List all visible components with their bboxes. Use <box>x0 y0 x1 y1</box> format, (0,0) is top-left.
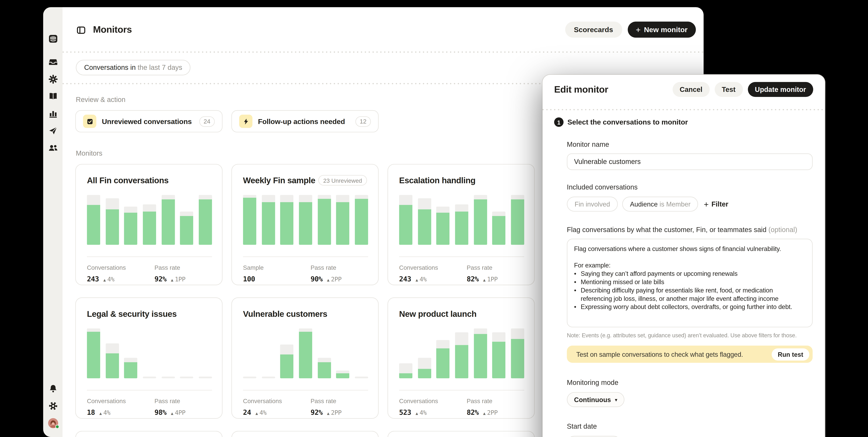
follow-up-actions-card[interactable]: Follow-up actions needed 12 <box>231 110 379 133</box>
count-badge: 24 <box>199 116 215 127</box>
pass-rate-bar-chart <box>87 195 212 245</box>
card-divider <box>399 256 524 257</box>
bar <box>105 343 119 378</box>
plus-icon: + <box>704 200 709 208</box>
up-triangle-icon: ▲ <box>327 278 329 283</box>
reports-icon[interactable] <box>48 109 58 118</box>
stat: Pass rate98%▲4PP <box>155 398 185 416</box>
flag-bullet: •Mentioning missed or late bills <box>574 278 806 286</box>
contacts-icon[interactable] <box>48 143 58 153</box>
notifications-icon[interactable] <box>48 384 58 394</box>
monitor-card[interactable]: Escalation handlingConversations243▲4%Pa… <box>388 164 535 285</box>
page-title: Monitors <box>93 24 132 35</box>
lightning-bolt-icon <box>239 115 253 128</box>
bar <box>280 195 294 245</box>
filter-chip[interactable]: Audience is Member <box>622 197 698 211</box>
filter-chip-text: is Member <box>658 200 690 208</box>
bullet-text: Saying they can’t afford payments or upc… <box>581 270 738 278</box>
bar <box>418 358 431 378</box>
up-triangle-icon: ▲ <box>415 411 418 416</box>
bar <box>355 377 368 378</box>
stat: Pass rate92%▲2PP <box>311 398 341 416</box>
monitor-card[interactable]: New product launchConversations523▲4%Pas… <box>388 297 535 418</box>
stat: Conversations523▲4% <box>399 398 456 416</box>
scorecards-button[interactable]: Scorecards <box>565 22 622 37</box>
inbox-icon[interactable] <box>48 57 58 67</box>
start-date-dropdown[interactable]: Jan 1 2026▾ <box>567 436 621 437</box>
included-conversations-label: Included conversations <box>567 183 813 191</box>
action-card-label: Unreviewed conversations <box>102 117 194 125</box>
stat-delta: ▲4% <box>415 276 427 283</box>
bar <box>87 195 100 245</box>
intercom-logo-icon[interactable] <box>48 34 58 44</box>
bar <box>299 328 312 378</box>
flag-conversations-label: Flag conversations by what the customer,… <box>567 226 813 234</box>
bar <box>399 363 412 378</box>
conversations-filter-pill[interactable]: Conversations in the last 7 days <box>76 60 191 75</box>
bullet-text: Describing difficulty paying for essenti… <box>581 286 806 303</box>
filter-chip[interactable]: Fin involved <box>567 197 618 211</box>
bar <box>492 211 506 245</box>
stat-label: Pass rate <box>467 264 498 271</box>
bar <box>261 195 275 245</box>
settings-icon[interactable] <box>48 401 58 411</box>
bar <box>317 195 331 245</box>
bullet-text: Expressing worry about debt collectors, … <box>581 303 792 311</box>
bullet-dot: • <box>574 270 581 278</box>
filter-chip-text: Fin involved <box>575 200 610 208</box>
cancel-button[interactable]: Cancel <box>673 82 710 97</box>
monitor-card[interactable]: Vulnerable customersConversations24▲4%Pa… <box>231 297 379 418</box>
collapse-sidebar-icon[interactable] <box>76 25 86 35</box>
page-header: Monitors Scorecards +New monitor <box>62 7 704 51</box>
monitor-card[interactable]: All Fin conversationsConversations243▲4%… <box>75 164 222 285</box>
bar <box>143 377 156 378</box>
monitor-card-partial[interactable] <box>388 431 535 437</box>
flag-bullet-list: •Saying they can’t afford payments or up… <box>574 270 806 311</box>
monitor-card-partial[interactable] <box>231 431 379 437</box>
monitor-card[interactable]: Weekly Fin sample23 UnreviewedSample100P… <box>231 164 379 285</box>
stat: Pass rate82%▲1PP <box>467 264 498 283</box>
stat-value: 98% <box>155 408 166 416</box>
card-divider <box>243 256 368 257</box>
stat-label: Pass rate <box>467 398 498 404</box>
monitor-name-input[interactable] <box>567 153 813 170</box>
monitoring-mode-dropdown[interactable]: Continuous▾ <box>567 392 624 407</box>
new-monitor-button[interactable]: +New monitor <box>627 22 696 37</box>
monitors-section-label: Monitors <box>76 150 102 157</box>
bar <box>355 195 368 245</box>
stat-label: Pass rate <box>311 398 341 404</box>
bullet-dot: • <box>574 278 581 286</box>
sidebar <box>43 7 63 437</box>
bar <box>87 328 100 378</box>
edit-panel-header: Edit monitor Cancel Test Update monitor <box>542 75 825 109</box>
bar <box>436 340 450 378</box>
monitor-card-title: New product launch <box>399 309 476 319</box>
update-monitor-button[interactable]: Update monitor <box>748 82 813 97</box>
outbound-icon[interactable] <box>48 126 58 136</box>
review-action-section-label: Review & action <box>76 96 125 104</box>
stat: Conversations24▲4% <box>243 398 300 416</box>
monitor-card-partial[interactable] <box>75 431 222 437</box>
knowledge-icon[interactable] <box>48 91 58 101</box>
unreviewed-conversations-card[interactable]: Unreviewed conversations 24 <box>75 110 222 133</box>
up-triangle-icon: ▲ <box>171 411 173 416</box>
test-button[interactable]: Test <box>715 82 743 97</box>
stat-label: Pass rate <box>311 264 341 271</box>
fin-ai-icon[interactable] <box>48 74 58 84</box>
stat-value: 92% <box>155 275 166 283</box>
bar <box>399 195 412 245</box>
up-triangle-icon: ▲ <box>99 411 101 416</box>
monitor-card[interactable]: Legal & security issuesConversations18▲4… <box>75 297 222 418</box>
stat-label: Pass rate <box>155 398 185 404</box>
stat-value: 82% <box>467 275 478 283</box>
user-avatar[interactable] <box>48 418 58 428</box>
bar <box>436 206 450 245</box>
flag-description-textarea[interactable]: Flag conversations where a customer show… <box>567 239 813 327</box>
run-test-button[interactable]: Run test <box>772 348 809 360</box>
up-triangle-icon: ▲ <box>483 411 485 416</box>
unreviewed-badge: 23 Unreviewed <box>318 175 367 186</box>
add-filter-button[interactable]: +Filter <box>703 200 730 208</box>
stat-delta: ▲1PP <box>483 276 498 283</box>
stat-value: 100 <box>243 275 255 283</box>
bar <box>199 377 212 378</box>
